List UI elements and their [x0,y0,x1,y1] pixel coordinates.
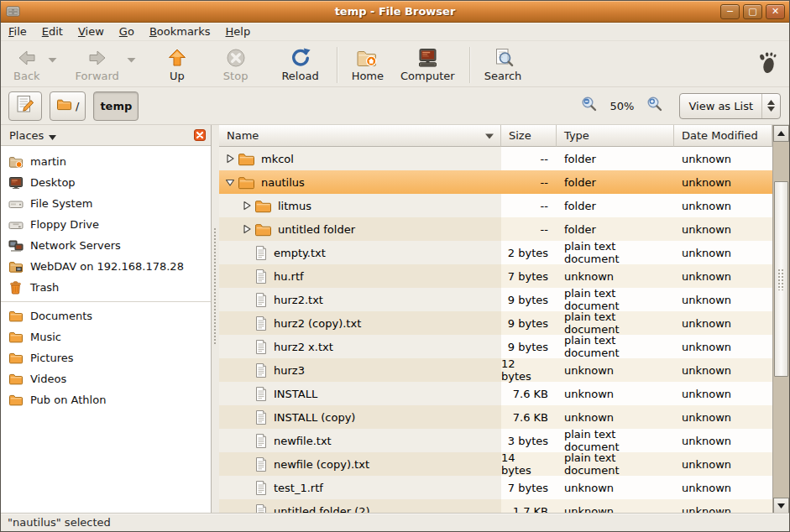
table-row[interactable]: hurz2 (copy).txt9 bytesplain text docume… [219,311,772,335]
sidebar-item-martin[interactable]: martin [1,151,211,172]
root-path-button[interactable]: / [50,91,86,121]
sidebar-item-file-system[interactable]: File System [1,193,211,214]
back-history-dropdown[interactable] [46,47,60,70]
file-name: untitled folder [278,223,355,236]
file-size-cell: 3 bytes [501,429,557,452]
toolbar-search-button[interactable]: Search [479,45,528,83]
table-row[interactable]: INSTALL7.6 KBunknownunknown [219,382,772,405]
scroll-down-button[interactable] [773,498,789,514]
table-row[interactable]: untitled folder--folderunknown [219,217,772,241]
folder-small-icon [56,101,72,113]
sidebar-item-trash[interactable]: Trash [1,277,211,298]
toolbar-reload-button[interactable]: Reload [275,45,324,83]
menu-bookmarks[interactable]: Bookmarks [142,23,218,39]
sidebar-item-music[interactable]: Music [1,326,211,347]
edit-location-icon [15,105,35,117]
table-row[interactable]: mkcol--folderunknown [219,147,772,170]
sidebar-item-label: Desktop [30,176,76,189]
menu-file[interactable]: File [1,23,34,39]
zoom-level: 50% [610,100,635,112]
close-button[interactable]: ✕ [766,4,785,19]
desktop-icon [8,175,24,190]
minimize-button[interactable]: ─ [720,4,740,19]
file-type-cell: unknown [557,405,674,429]
column-header-name[interactable]: Name [219,125,501,147]
root-path-label: / [76,100,79,112]
sidebar-item-pub-on-athlon[interactable]: Pub on Athlon [1,389,211,410]
file-name-cell: INSTALL (copy) [219,405,501,429]
sidebar-item-documents[interactable]: Documents [1,305,211,326]
zoom-out-button[interactable] [578,95,600,117]
file-name: hurz3 [274,364,305,377]
file-name-cell: newfile (copy).txt [219,452,501,476]
table-row[interactable]: nautilus--folderunknown [219,170,772,194]
file-name: hurz2.txt [274,294,323,306]
date-modified-cell: unknown [674,217,772,241]
table-row[interactable]: hurz2.txt9 bytesplain text documentunkno… [219,288,772,311]
edit-location-button[interactable] [8,91,42,121]
toolbar-back-label: Back [13,70,40,82]
column-header-type[interactable]: Type [557,125,674,147]
table-row[interactable]: hurz2 x.txt9 bytesplain text documentunk… [219,335,772,358]
menu-view[interactable]: View [71,23,112,39]
file-type-cell: unknown [557,358,674,382]
view-mode-select[interactable]: View as List [679,93,781,119]
pane-splitter[interactable] [212,125,219,514]
toolbar-stop-label: Stop [223,70,249,82]
table-row[interactable]: hu.rtf7 bytesunknownunknown [219,264,772,288]
home-icon [356,46,379,69]
sidebar-item-floppy-drive[interactable]: Floppy Drive [1,214,211,235]
column-header-size[interactable]: Size [501,125,557,147]
table-row[interactable]: newfile (copy).txt14 bytesplain text doc… [219,452,772,476]
toolbar-up-button[interactable]: Up [160,45,194,83]
table-row[interactable]: INSTALL (copy)7.6 KBunknownunknown [219,405,772,429]
stop-icon [225,46,247,69]
date-modified-cell: unknown [674,311,772,335]
menu-help[interactable]: Help [218,23,259,39]
scrollbar-thumb[interactable] [774,181,788,377]
scroll-up-button[interactable] [773,125,789,142]
table-row[interactable]: litmus--folderunknown [219,194,772,217]
toolbar-home-button[interactable]: Home [346,45,390,83]
toolbar-stop-button[interactable]: Stop [217,45,254,83]
sidebar-item-videos[interactable]: Videos [1,368,211,389]
table-row[interactable]: empty.txt2 bytesplain text documentunkno… [219,241,772,264]
date-modified-cell: unknown [674,194,772,217]
titlebar[interactable]: temp - File Browser ─ ▢ ✕ [1,1,789,23]
file-row-icon [254,386,268,402]
sidebar-item-label: Trash [30,281,59,294]
sidebar-item-desktop[interactable]: Desktop [1,172,211,193]
menu-go[interactable]: Go [112,23,142,39]
dropdown-icon [48,50,57,66]
table-row[interactable]: test_1.rtf7 bytesunknownunknown [219,476,772,499]
vertical-scrollbar[interactable] [772,125,789,514]
places-selector[interactable]: Places [9,129,44,142]
path-button-temp[interactable]: temp [93,91,139,121]
toolbar-back-button[interactable]: Back [8,45,46,83]
sidebar-item-network-servers[interactable]: Network Servers [1,235,211,256]
toolbar-computer-button[interactable]: Computer [395,45,461,83]
table-row[interactable]: newfile.txt3 bytesplain text documentunk… [219,429,772,452]
toolbar-forward-button[interactable]: Forward [70,45,125,83]
file-name-cell: test_1.rtf [219,476,501,499]
computer-icon [416,46,439,69]
expander-icon[interactable] [222,154,238,164]
expander-icon[interactable] [239,201,254,211]
file-row-icon [254,316,268,331]
home-folder-icon [8,154,24,169]
column-header-date-modified[interactable]: Date Modified [674,125,772,147]
sidebar-item-webdav-on-192-168-178-28[interactable]: WebDAV on 192.168.178.28 [1,256,211,277]
sidebar-item-pictures[interactable]: Pictures [1,347,211,368]
up-icon [166,46,188,69]
expander-icon[interactable] [239,224,254,234]
file-size-cell: -- [501,194,557,217]
folder-icon [8,351,24,365]
close-sidebar-button[interactable] [193,129,206,142]
forward-history-dropdown[interactable] [125,47,139,70]
file-row-icon [254,362,268,378]
maximize-button[interactable]: ▢ [743,4,762,19]
zoom-in-button[interactable] [644,95,666,117]
table-row[interactable]: hurz312 bytesunknownunknown [219,358,772,382]
menu-edit[interactable]: Edit [34,23,71,39]
expander-icon[interactable] [222,177,238,187]
